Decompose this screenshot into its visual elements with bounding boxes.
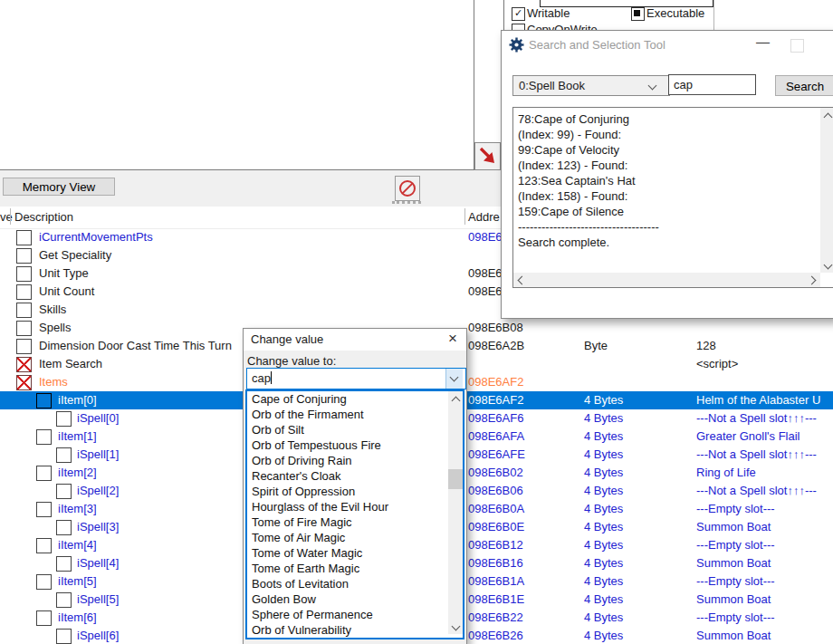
dropdown-item[interactable]: Tome of Water Magic — [247, 545, 451, 561]
row-checkbox[interactable] — [56, 447, 72, 463]
row-type: 4 Bytes — [584, 609, 623, 627]
row-checkbox[interactable] — [16, 339, 32, 354]
row-checkbox[interactable] — [16, 357, 32, 372]
row-address: 098E6AFA — [468, 428, 524, 446]
category-combo-value: 0:Spell Book — [519, 79, 585, 92]
row-type: 4 Bytes — [584, 464, 623, 482]
dropdown-item[interactable]: Orb of the Firmament — [247, 407, 451, 422]
row-checkbox[interactable] — [16, 266, 32, 282]
red-arrow-icon — [478, 146, 497, 167]
maximize-button[interactable] — [790, 39, 804, 53]
row-value: Summon Boat — [696, 591, 771, 609]
row-type: 4 Bytes — [584, 518, 623, 536]
writable-checkbox[interactable]: ✓ — [512, 7, 525, 21]
splitter-grip[interactable] — [392, 201, 421, 204]
row-checkbox[interactable] — [16, 375, 32, 390]
row-checkbox[interactable] — [16, 303, 32, 318]
search-button[interactable]: Search — [775, 75, 833, 96]
panel-edge-line — [503, 0, 504, 30]
row-checkbox[interactable] — [16, 248, 32, 264]
row-checkbox[interactable] — [56, 556, 72, 572]
row-checkbox[interactable] — [36, 574, 52, 590]
close-icon[interactable]: × — [448, 330, 457, 348]
results-vscrollbar[interactable] — [820, 108, 833, 273]
row-checkbox[interactable] — [16, 321, 32, 336]
row-address: 098E6 — [468, 264, 503, 283]
row-description: iSpell[5] — [77, 591, 119, 609]
memory-view-button[interactable]: Memory View — [3, 178, 115, 196]
dialog-titlebar[interactable]: Change value × — [244, 329, 466, 351]
dropdown-item[interactable]: Orb of Tempestuous Fire — [247, 437, 451, 453]
row-description: Skills — [39, 301, 66, 319]
dropdown-item[interactable]: Tome of Earth Magic — [247, 561, 451, 576]
row-checkbox[interactable] — [56, 629, 72, 644]
row-checkbox[interactable] — [56, 520, 72, 535]
row-checkbox[interactable] — [56, 484, 72, 499]
chevron-left-icon — [518, 276, 527, 285]
row-value: Summon Boat — [696, 554, 771, 572]
scroll-left-button[interactable] — [513, 273, 528, 287]
add-address-arrow-button[interactable] — [474, 142, 501, 170]
row-value: Ring of Life — [696, 464, 756, 482]
row-description: iItem[5] — [58, 572, 97, 591]
row-address: 098E6 — [468, 283, 503, 301]
search-results-box[interactable]: 78:Cape of Conjuring (Index: 99) - Found… — [512, 107, 833, 288]
row-value: Helm of the Alabaster U — [696, 391, 820, 409]
row-checkbox[interactable] — [36, 466, 52, 481]
app-gear-icon — [509, 37, 524, 53]
dropdown-item[interactable]: Orb of Driving Rain — [247, 453, 451, 468]
row-checkbox[interactable] — [36, 429, 52, 445]
row-checkbox[interactable] — [36, 502, 52, 517]
executable-checkbox[interactable] — [631, 7, 645, 21]
minimize-button[interactable]: — — [756, 34, 770, 49]
scroll-up-button[interactable] — [820, 108, 833, 122]
row-checkbox[interactable] — [16, 230, 32, 245]
value-combo-input[interactable]: cap — [246, 368, 466, 389]
no-entry-button[interactable] — [395, 176, 420, 201]
category-combo[interactable]: 0:Spell Book — [512, 75, 670, 96]
row-value: 128 — [696, 337, 716, 355]
dropdown-item[interactable]: Orb of Vulnerability — [247, 622, 451, 638]
found-list-panel — [0, 0, 474, 170]
row-type: 4 Bytes — [584, 391, 623, 409]
results-hscrollbar[interactable] — [513, 273, 820, 287]
search-results-text: 78:Cape of Conjuring (Index: 99) - Found… — [518, 111, 817, 250]
dropdown-item[interactable]: Cape of Conjuring — [247, 391, 451, 407]
scroll-right-button[interactable] — [806, 273, 820, 287]
groupbox-edge-line — [713, 0, 714, 30]
scroll-down-button[interactable] — [820, 258, 833, 273]
dropdown-item[interactable]: Golden Bow — [247, 591, 451, 607]
row-checkbox[interactable] — [16, 284, 32, 300]
dropdown-item[interactable]: Boots of Levitation — [247, 576, 451, 591]
row-description: iItem[1] — [58, 428, 97, 446]
search-input[interactable]: cap — [668, 74, 756, 95]
dropdown-item[interactable]: Orb of Silt — [247, 422, 451, 437]
row-value: <script> — [696, 355, 738, 373]
row-type: Byte — [584, 337, 608, 355]
header-divider-2[interactable] — [464, 208, 465, 225]
dropdown-item[interactable]: Sphere of Permanence — [247, 607, 451, 622]
row-checkbox[interactable] — [36, 538, 52, 553]
row-address: 098E6B02 — [468, 464, 523, 482]
row-type: 4 Bytes — [584, 482, 623, 500]
no-entry-icon — [398, 179, 416, 197]
dropdown-item[interactable]: Spirit of Oppression — [247, 484, 451, 499]
dropdown-item[interactable]: Tome of Fire Magic — [247, 514, 451, 530]
row-description: iItem[3] — [58, 500, 97, 518]
row-checkbox[interactable] — [56, 592, 72, 608]
row-value: ---Not a Spell slot↑↑↑--- — [696, 409, 817, 428]
dropdown-item[interactable]: Hourglass of the Evil Hour — [247, 499, 451, 514]
row-description: iItem[2] — [58, 464, 97, 482]
row-checkbox[interactable] — [36, 393, 52, 409]
combo-dropdown-button[interactable] — [445, 369, 463, 389]
chevron-up-icon — [824, 113, 833, 122]
chevron-up-icon — [452, 397, 461, 406]
row-address: 098E6B0E — [468, 518, 524, 536]
dropdown-item[interactable]: Tome of Air Magic — [247, 530, 451, 545]
row-checkbox[interactable] — [56, 411, 72, 427]
row-checkbox[interactable] — [36, 610, 52, 626]
row-description: Spells — [39, 319, 71, 337]
dropdown-item[interactable]: Recanter's Cloak — [247, 468, 451, 484]
row-description: Unit Type — [39, 264, 89, 283]
header-divider[interactable] — [10, 208, 11, 225]
